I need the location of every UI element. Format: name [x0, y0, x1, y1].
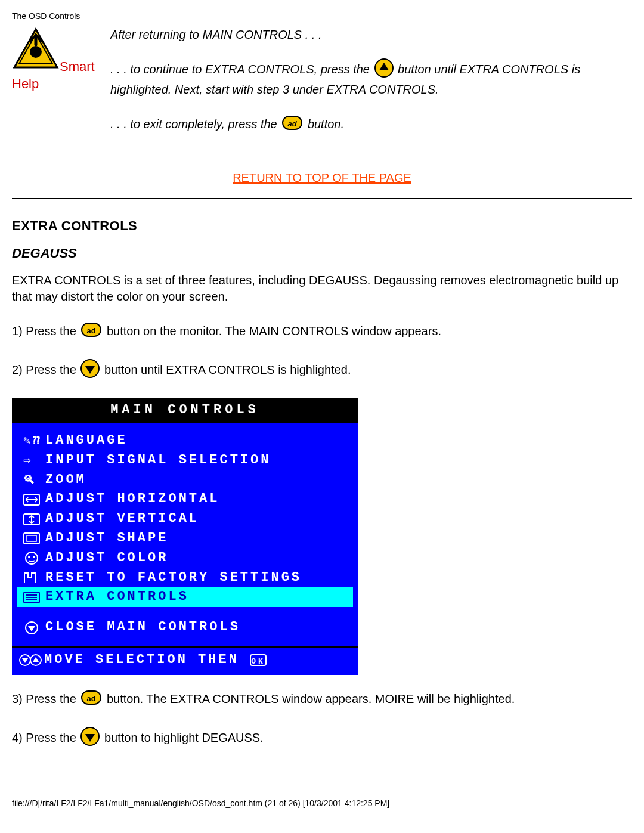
smart-line-3: . . . to exit completely, press the butt… — [110, 113, 632, 137]
ok-button-icon — [80, 688, 102, 711]
text: 4) Press the — [12, 730, 79, 744]
divider — [12, 198, 632, 199]
return-to-top: RETURN TO TOP OF THE PAGE — [12, 170, 632, 186]
osd-footer: MOVE SELECTION THEN — [12, 648, 358, 675]
osd-shape-icon — [19, 531, 45, 546]
page-header: The OSD Controls — [12, 11, 632, 22]
osd-menu-item: ZOOM — [17, 470, 353, 490]
warning-icon — [12, 27, 60, 74]
smart-label: Smart — [60, 60, 95, 74]
osd-vert-icon — [19, 512, 45, 527]
text: 2) Press the — [12, 363, 79, 376]
osd-menu-item: ADJUST COLOR — [17, 549, 353, 568]
osd-menu-label: EXTRA CONTROLS — [45, 588, 189, 606]
osd-extra-icon — [19, 590, 45, 605]
text: 3) Press the — [12, 692, 79, 705]
text: button on the monitor. The MAIN CONTROLS… — [107, 324, 441, 337]
text: button until EXTRA CONTROLS is highlight… — [104, 363, 351, 376]
osd-close-label: CLOSE MAIN CONTROLS — [45, 618, 240, 637]
osd-menu-item: ADJUST VERTICAL — [17, 509, 353, 529]
smart-help-text: After returning to MAIN CONTROLS . . . .… — [110, 27, 632, 152]
osd-menu-label: ADJUST COLOR — [45, 549, 168, 568]
osd-horiz-icon — [19, 493, 45, 507]
osd-menu-label: ADJUST HORIZONTAL — [45, 490, 219, 509]
step-2: 2) Press the button until EXTRA CONTROLS… — [12, 359, 632, 382]
osd-close-row: CLOSE MAIN CONTROLS — [17, 618, 353, 637]
text: 1) Press the — [12, 324, 79, 337]
osd-menu-item: RESET TO FACTORY SETTINGS — [17, 568, 353, 588]
osd-menu-item: ADJUST SHAPE — [17, 529, 353, 549]
text: button. — [308, 117, 344, 131]
osd-title: MAIN CONTROLS — [12, 398, 358, 423]
osd-main-controls-panel: MAIN CONTROLS LANGUAGEINPUT SIGNAL SELEC… — [12, 398, 358, 674]
osd-lang-icon — [19, 433, 45, 448]
intro-paragraph: EXTRA CONTROLS is a set of three feature… — [12, 272, 632, 305]
page-footer: file:///D|/rita/LF2/LF2/LFa1/multi_manua… — [12, 798, 632, 809]
text: . . . to exit completely, press the — [110, 117, 280, 131]
subsection-title: DEGAUSS — [12, 244, 632, 262]
ok-button-icon — [281, 113, 303, 137]
down-button-icon — [80, 359, 100, 382]
step-4: 4) Press the button to highlight DEGAUSS… — [12, 727, 632, 750]
osd-menu-label: RESET TO FACTORY SETTINGS — [45, 569, 302, 587]
osd-menu-label: ADJUST VERTICAL — [45, 510, 199, 528]
osd-reset-icon — [19, 571, 45, 585]
osd-menu-label: ZOOM — [45, 471, 86, 490]
osd-menu-item: ADJUST HORIZONTAL — [17, 490, 353, 509]
osd-footer-text: MOVE SELECTION THEN — [44, 651, 239, 669]
move-selection-icon — [18, 653, 44, 667]
text: . . . to continue to EXTRA CONTROLS, pre… — [110, 63, 373, 76]
ok-button-icon — [80, 320, 102, 343]
smart-help-left: Smart Help — [12, 27, 110, 93]
smart-line-2: . . . to continue to EXTRA CONTROLS, pre… — [110, 58, 632, 98]
osd-input-icon — [19, 453, 45, 467]
close-down-icon — [19, 621, 45, 635]
text: button to highlight DEGAUSS. — [104, 730, 264, 744]
osd-menu-item: LANGUAGE — [17, 431, 353, 451]
osd-menu-label: INPUT SIGNAL SELECTION — [45, 451, 271, 470]
osd-menu-list: LANGUAGEINPUT SIGNAL SELECTIONZOOMADJUST… — [12, 423, 358, 640]
step-3: 3) Press the button. The EXTRA CONTROLS … — [12, 688, 632, 711]
osd-menu-label: ADJUST SHAPE — [45, 529, 168, 548]
return-to-top-link[interactable]: RETURN TO TOP OF THE PAGE — [233, 171, 411, 184]
osd-menu-item: INPUT SIGNAL SELECTION — [17, 451, 353, 470]
down-button-icon — [80, 727, 100, 750]
osd-zoom-icon — [19, 473, 45, 487]
osd-color-icon — [19, 551, 45, 565]
smart-help-block: Smart Help After returning to MAIN CONTR… — [12, 27, 632, 152]
text: button. The EXTRA CONTROLS window appear… — [107, 692, 515, 705]
osd-menu-label: LANGUAGE — [45, 432, 128, 450]
step-1: 1) Press the button on the monitor. The … — [12, 320, 632, 343]
help-label: Help — [12, 75, 110, 93]
ok-outline-icon — [245, 653, 271, 667]
smart-line-1: After returning to MAIN CONTROLS . . . — [110, 27, 632, 43]
osd-menu-item: EXTRA CONTROLS — [17, 587, 353, 607]
section-title: EXTRA CONTROLS — [12, 217, 632, 235]
up-button-icon — [374, 58, 394, 82]
